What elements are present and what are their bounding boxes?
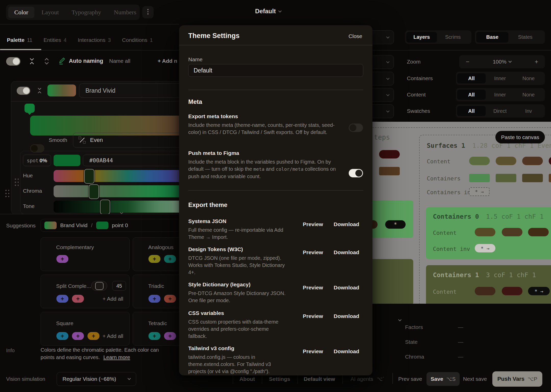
save-button[interactable]: Save ⌥S: [427, 372, 460, 386]
tab-palette[interactable]: Palette 11: [7, 37, 32, 43]
drag-handle[interactable]: [5, 189, 9, 198]
swatches-inv[interactable]: Inv: [514, 106, 543, 116]
add-swatch-button[interactable]: +: [164, 255, 176, 263]
collapse-color-icon[interactable]: [37, 88, 42, 94]
hex-field[interactable]: #00AB44: [83, 155, 179, 166]
download-link[interactable]: Download: [334, 285, 359, 291]
add-swatch-button[interactable]: +: [56, 295, 68, 303]
swatches-direct[interactable]: Direct: [486, 106, 514, 116]
add-swatch-button[interactable]: +: [56, 255, 68, 263]
name-input[interactable]: Default: [188, 64, 363, 77]
default-view-button[interactable]: Default view: [304, 376, 335, 382]
vision-simulation-dropdown[interactable]: Regular Vision (~68%): [57, 372, 136, 386]
preview-link[interactable]: Preview: [303, 285, 323, 291]
surfaces-card[interactable]: Surfaces 1 1.28 coF 1 chF 1 Even steps C…: [419, 135, 551, 304]
swatches-all[interactable]: All: [457, 106, 486, 116]
breadcrumb-parent[interactable]: Brand Vivid: [60, 222, 87, 228]
settings-button[interactable]: Settings: [269, 376, 290, 382]
preview-link[interactable]: Preview: [303, 313, 323, 319]
add-new-button[interactable]: + Add n: [158, 58, 177, 64]
tab-conditions[interactable]: Conditions 1: [122, 37, 153, 43]
add-swatch-button[interactable]: +: [72, 295, 84, 303]
prev-save-button[interactable]: Prev save: [398, 376, 422, 382]
download-link[interactable]: Download: [334, 221, 359, 227]
color-name-field[interactable]: Brand Vivid: [79, 83, 179, 98]
paste-to-canvas-button[interactable]: Paste to canvas: [495, 131, 545, 143]
add-swatch-button[interactable]: +: [148, 255, 160, 263]
collapse-all-icon[interactable]: [29, 58, 35, 65]
sort-icon[interactable]: [44, 58, 49, 65]
tab-layout[interactable]: Layout: [36, 7, 65, 18]
preview-link[interactable]: Preview: [303, 221, 323, 227]
tone-handle[interactable]: [100, 200, 110, 214]
export-meta-toggle[interactable]: [349, 124, 363, 132]
split-angle-value-box[interactable]: 45: [112, 281, 126, 291]
base-option[interactable]: Base: [476, 32, 508, 43]
preview-link[interactable]: Preview: [303, 249, 323, 255]
containers1-card[interactable]: Containers 1 3 coF 1 chF 1 Content * →: [426, 265, 551, 304]
add-swatch-button[interactable]: +: [164, 332, 176, 340]
tone-slider[interactable]: [54, 201, 179, 213]
content-all[interactable]: All: [457, 90, 486, 100]
color-enabled-toggle[interactable]: [17, 87, 30, 95]
scrims-option[interactable]: Scrims: [437, 32, 469, 43]
containers-inv-button[interactable]: * →: [469, 187, 490, 196]
download-link[interactable]: Download: [334, 348, 359, 354]
content-inner[interactable]: Inner: [486, 90, 514, 100]
hidden-dropdown[interactable]: [372, 72, 394, 85]
add-all-button[interactable]: + Add all: [103, 333, 123, 339]
download-link[interactable]: Download: [334, 313, 359, 319]
states-option[interactable]: States: [508, 32, 542, 43]
breadcrumb-point[interactable]: point 0: [112, 222, 128, 228]
split-angle-toggle[interactable]: [91, 281, 107, 291]
auto-naming-button[interactable]: Auto naming: [69, 58, 103, 64]
zoom-in-button[interactable]: +: [535, 58, 538, 65]
download-link[interactable]: Download: [334, 249, 359, 255]
add-swatch-button[interactable]: +: [164, 295, 176, 303]
preview-link[interactable]: Preview: [303, 348, 323, 354]
hue-slider[interactable]: [54, 170, 179, 182]
spot-color-swatch[interactable]: [54, 155, 80, 166]
push-meta-toggle[interactable]: [349, 169, 363, 177]
containers0-card[interactable]: Containers 0 1.5 coF 1 chF 1 Content Con…: [426, 207, 551, 259]
invert-swatch-button[interactable]: * →: [528, 287, 550, 295]
add-swatch-button[interactable]: +: [72, 332, 84, 340]
zoom-value[interactable]: 100%: [493, 59, 511, 65]
tab-interactions[interactable]: Interactions 3: [78, 37, 111, 43]
tab-entities[interactable]: Entities 4: [44, 37, 67, 43]
tab-numbers[interactable]: Numbers: [108, 7, 142, 18]
next-save-button[interactable]: Next save: [463, 376, 487, 382]
add-swatch-button[interactable]: +: [148, 295, 160, 303]
about-button[interactable]: About: [240, 376, 255, 382]
add-swatch-button[interactable]: +: [148, 332, 160, 340]
color-gradient-chip[interactable]: [47, 84, 76, 96]
gradient-stop-marker[interactable]: [24, 104, 35, 113]
learn-more-link[interactable]: Learn more: [103, 354, 130, 360]
hidden-dropdown[interactable]: [372, 104, 394, 118]
palette-master-toggle[interactable]: [6, 57, 20, 66]
collapse-inspector-icon[interactable]: [398, 318, 402, 321]
hidden-dropdown[interactable]: [372, 55, 394, 69]
add-swatch-button[interactable]: +: [56, 332, 68, 340]
more-menu-button[interactable]: [142, 6, 154, 18]
content-none[interactable]: None: [514, 90, 543, 100]
name-all-button[interactable]: Name all: [109, 58, 130, 64]
containers-none[interactable]: None: [514, 73, 543, 83]
layers-option[interactable]: Layers: [406, 32, 437, 43]
drag-handle[interactable]: [14, 178, 19, 187]
spot-id-chip[interactable]: spot 0%: [23, 155, 51, 166]
canvas-viewport[interactable]: teps * Surfaces 1 1.28 coF 1 chF 1 Even …: [372, 122, 551, 304]
push-vars-button[interactable]: Push Vars ⌥P: [492, 371, 542, 387]
distribution-field[interactable]: Even: [73, 133, 179, 148]
chroma-handle[interactable]: [89, 184, 99, 199]
add-swatch-button[interactable]: +: [87, 332, 99, 340]
containers-inner[interactable]: Inner: [486, 73, 514, 83]
add-all-button[interactable]: + Add all: [103, 296, 123, 302]
theme-selector[interactable]: Default: [255, 8, 281, 15]
zoom-out-button[interactable]: −: [466, 58, 469, 65]
tab-color[interactable]: Color: [8, 7, 34, 18]
invert-swatch-button[interactable]: *: [385, 220, 406, 229]
hidden-dropdown[interactable]: [372, 88, 394, 102]
tab-typography[interactable]: Typography: [66, 7, 107, 18]
hidden-dropdown[interactable]: [372, 30, 394, 44]
